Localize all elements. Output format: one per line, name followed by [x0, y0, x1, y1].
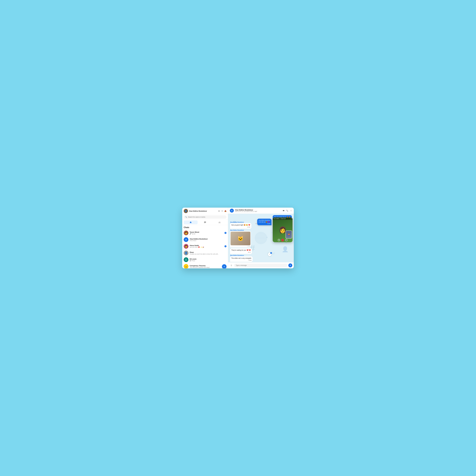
sidebar-user-avatar[interactable]: 👤: [184, 209, 188, 213]
video-call-overlay: 👩 Alaa Eddine - muted call ⤢ 👩‍🦰: [273, 217, 292, 242]
chats-title: Chats: [184, 226, 189, 228]
contacts-icon: [219, 221, 221, 223]
chat-item-alexa[interactable]: 👩 Alexa Smith see you soon ❤️ ✨ 🎉 3: [182, 243, 228, 250]
chat-name-conspiracy: Conspiracy Theories: [190, 265, 226, 267]
msg-time-3: 02:46: [231, 246, 250, 247]
phone-icon[interactable]: [286, 210, 288, 212]
nav-tabs: [182, 220, 228, 225]
floating-bubble-sender: Alaa Eddine Boubekeur: [258, 220, 270, 221]
chat-main: A Alaa Eddine Boubekeur Seen on Fri, 21 …: [228, 208, 294, 268]
chat-item-conspiracy[interactable]: 😠 Conspiracy Theories The internet is fi…: [182, 263, 228, 268]
plus-icon: [223, 265, 225, 268]
chat-name-tyson-wood: Tyson Wood: [190, 231, 223, 233]
mic-button[interactable]: [288, 263, 292, 267]
chat-info-eszoom: ES zoom 🖼 Photo: [190, 258, 226, 261]
cat-image: [231, 232, 250, 245]
video-expand-icon[interactable]: ⤢: [291, 218, 292, 219]
vc-end-call-button[interactable]: 📵: [281, 239, 284, 241]
chat-item-eszoom[interactable]: ESzoom ES zoom 🖼 Photo: [182, 256, 228, 263]
chat-input-bar: [228, 262, 294, 268]
message-5: Alaa Eddine Boubekeur The white cat is v…: [230, 255, 292, 262]
message-input[interactable]: [234, 264, 287, 267]
chat-item-alaa[interactable]: A Alaa Eddine Boubekeur I'll be there: [182, 236, 228, 243]
avatar-eszoom: ESzoom: [184, 257, 188, 262]
sidebar-header-actions: 🗑 ⬇ 📤: [218, 210, 226, 212]
video-call-icon[interactable]: [283, 210, 285, 212]
scroll-badge: 2: [270, 252, 272, 254]
avatar-alexa: 👩: [184, 244, 188, 249]
chevron-down-icon: [269, 254, 271, 255]
video-call-controls: 🎤 📵 📹: [273, 239, 292, 241]
msg-time-2: 02:46: [231, 226, 250, 228]
video-main: 👩 Alaa Eddine - muted call ⤢ 👩‍🦰: [273, 217, 292, 242]
delete-icon[interactable]: 🗑: [218, 210, 220, 212]
msg-text-4: They're waiting for you ❤️ ❤️: [231, 249, 251, 251]
search-icon: 🔍: [185, 216, 187, 218]
avatar-omer: 👤: [184, 251, 188, 255]
vc-mute-button[interactable]: 🎤: [277, 239, 280, 241]
msg-sender-5: Alaa Eddine Boubekeur: [230, 255, 292, 256]
chat-name-alexa: Alexa Smith: [190, 245, 223, 246]
bubble-in-4: They're waiting for you ❤️ ❤️ 02:47: [230, 248, 252, 254]
chat-preview-eszoom: 🖼 Photo: [190, 260, 226, 261]
scroll-down-button[interactable]: 2: [268, 253, 272, 256]
sidebar: 👤 Alaa Eddine Boubekeur 🗑 ⬇ 📤 🔍: [182, 208, 228, 268]
chat-preview-alaa: I'll be there: [190, 240, 226, 241]
paperclip-icon: [230, 264, 232, 266]
chat-preview-omer: Usually you won't be able to close the c…: [190, 253, 226, 255]
chat-header-info: Alaa Eddine Boubekeur Seen on Fri, 21 Ju…: [235, 209, 281, 212]
tab-home[interactable]: [184, 221, 198, 224]
search-input[interactable]: [188, 216, 225, 218]
attach-button[interactable]: [230, 264, 233, 267]
chats-section-header: Chats: [182, 225, 228, 229]
sidebar-header: 👤 Alaa Eddine Boubekeur 🗑 ⬇ 📤: [182, 208, 228, 214]
sidebar-username: Alaa Eddine Boubekeur: [189, 210, 217, 212]
chat-preview-tyson-wood: 🎤 00:06: [190, 233, 223, 235]
msg-text-2: See ya good night 😍 😘 ❤️: [231, 224, 250, 226]
chat-body: ♥ ♥ ♥ ♥ # hello! ↩ ↻ 📷 🔒: [228, 214, 294, 262]
chat-header: A Alaa Eddine Boubekeur Seen on Fri, 21 …: [228, 208, 294, 214]
badge-tyson-wood: 5: [224, 232, 226, 234]
download-icon[interactable]: ⬇: [221, 210, 223, 212]
search-container: 🔍: [182, 214, 228, 220]
msg-text-5: The white cat is very energetic: [231, 257, 251, 259]
chat-info-alaa: Alaa Eddine Boubekeur I'll be there: [190, 238, 226, 241]
sidebar-bottom: 🧑 Tyson Wood 🎤 00:06 5 A Ala: [182, 229, 228, 268]
tab-contacts[interactable]: [213, 221, 226, 224]
video-main-person: 👩: [273, 217, 292, 242]
avatar-conspiracy: 😠: [184, 264, 188, 268]
chat-preview-alexa: see you soon ❤️ ✨ 🎉: [190, 246, 223, 248]
bubble-in-2: See ya good night 😍 😘 ❤️ 02:46: [230, 223, 251, 229]
floating-bubble-time: 02:46: [258, 223, 270, 224]
export-icon[interactable]: 📤: [224, 210, 226, 212]
floating-bubble: Alaa Eddine Boubekeur cool see ya 🎃 😈 02…: [257, 219, 272, 225]
search-box: 🔍: [184, 215, 226, 219]
chat-info-tyson-wood: Tyson Wood 🎤 00:06: [190, 231, 223, 235]
msg-time-5: 02:48: [231, 260, 251, 261]
video-call-person-label: Alaa Eddine - muted call: [273, 218, 286, 219]
chat-icon: [204, 221, 206, 223]
avatar-tyson-wood: 🧑: [184, 231, 188, 235]
message-4: They're waiting for you ❤️ ❤️ 02:47: [230, 248, 292, 254]
fab-new-chat[interactable]: [222, 264, 226, 268]
chat-info-omer: Ömer Usually you won't be able to close …: [190, 251, 226, 255]
microphone-icon: [289, 265, 291, 266]
chat-name-alaa: Alaa Eddine Boubekeur: [190, 238, 226, 240]
video-pip-person: 👩‍🦰: [286, 231, 292, 238]
chat-item-tyson-wood[interactable]: 🧑 Tyson Wood 🎤 00:06 5: [182, 230, 228, 236]
bubble-in-5: The white cat is very energetic 02:48: [230, 256, 253, 262]
chat-header-status: Seen on Fri, 21 Jun 2024 22:40:17 GMT: [235, 211, 281, 212]
tab-chat[interactable]: [198, 221, 212, 224]
chat-header-avatar: A: [230, 209, 234, 213]
bubble-image-3: 02:46: [230, 231, 251, 248]
avatar-alaa: A: [184, 237, 188, 242]
chat-info-conspiracy: Conspiracy Theories The internet is fini…: [190, 265, 226, 268]
msg-time-4: 02:47: [231, 252, 251, 253]
home-icon: [189, 221, 192, 223]
video-pip: 👩‍🦰: [286, 231, 292, 238]
badge-alexa: 3: [224, 245, 226, 247]
more-options-icon[interactable]: [290, 210, 292, 212]
chat-item-omer[interactable]: 👤 Ömer Usually you won't be able to clos…: [182, 250, 228, 256]
chat-name-eszoom: ES zoom: [190, 258, 226, 260]
vc-camera-button[interactable]: 📹: [285, 239, 288, 241]
